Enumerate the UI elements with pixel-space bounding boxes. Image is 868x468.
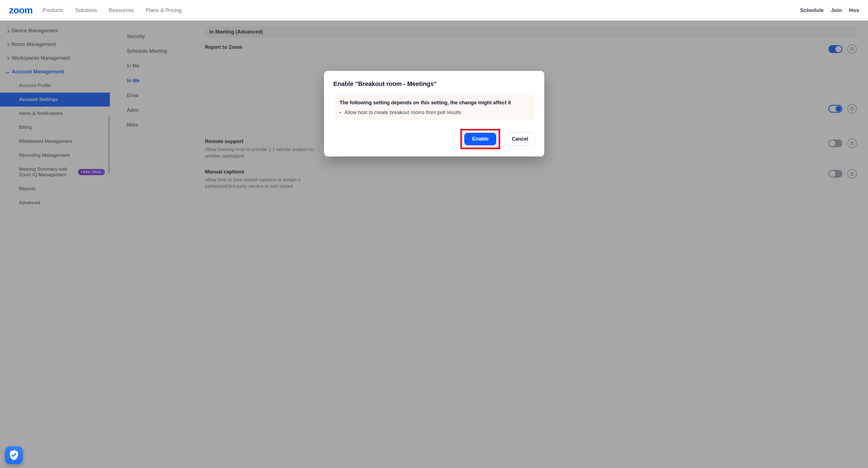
top-right: Schedule Join Hos (800, 7, 859, 13)
nav-join[interactable]: Join (831, 7, 842, 13)
modal-enable-breakout: Enable "Breakout room - Meetings" The fo… (324, 71, 544, 156)
warning-item: Allow host to create breakout rooms from… (340, 110, 529, 116)
modal-overlay[interactable]: Enable "Breakout room - Meetings" The fo… (0, 21, 868, 468)
warning-list: Allow host to create breakout rooms from… (340, 110, 529, 116)
top-nav: zoom Products Solutions Resources Plans … (0, 0, 868, 21)
nav-products[interactable]: Products (43, 7, 64, 13)
nav-schedule[interactable]: Schedule (800, 7, 824, 13)
main: Device Management Room Management Worksp… (0, 21, 868, 468)
logo[interactable]: zoom (9, 5, 33, 15)
nav-resources[interactable]: Resources (109, 7, 134, 13)
nav-plans-pricing[interactable]: Plans & Pricing (146, 7, 182, 13)
highlight-annotation: Enable (460, 129, 500, 149)
nav-host[interactable]: Hos (849, 7, 859, 13)
warning-text: The following setting depends on this se… (340, 99, 529, 106)
enable-button[interactable]: Enable (464, 133, 496, 145)
cancel-button[interactable]: Cancel (505, 132, 534, 146)
nav-solutions[interactable]: Solutions (75, 7, 97, 13)
top-menu: Products Solutions Resources Plans & Pri… (43, 7, 182, 13)
warning-box: The following setting depends on this se… (334, 93, 535, 121)
modal-actions: Enable Cancel (334, 129, 535, 149)
shield-icon[interactable] (5, 446, 23, 464)
modal-title: Enable "Breakout room - Meetings" (334, 80, 535, 88)
